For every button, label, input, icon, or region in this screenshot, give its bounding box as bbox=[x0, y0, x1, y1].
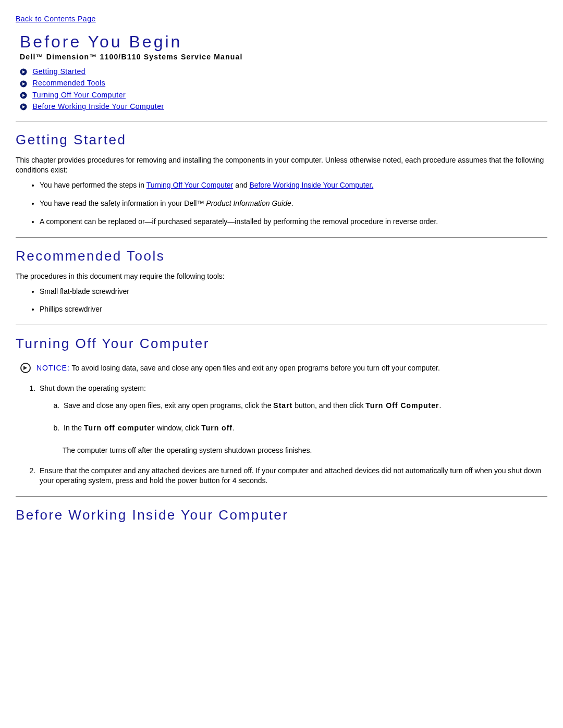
text-fragment: In the bbox=[64, 424, 84, 432]
list-item: Small flat-blade screwdriver bbox=[40, 287, 547, 297]
step-result-text: The computer turns off after the operati… bbox=[63, 446, 547, 455]
list-item: You have performed the steps in Turning … bbox=[40, 180, 547, 190]
list-item: In the Turn off computer window, click T… bbox=[62, 423, 547, 433]
page-title: Before You Begin bbox=[20, 32, 547, 52]
heading-getting-started: Getting Started bbox=[16, 132, 547, 148]
toc-link-getting-started[interactable]: Getting Started bbox=[32, 67, 85, 76]
text-fragment: and bbox=[233, 181, 249, 189]
toc-link-recommended-tools[interactable]: Recommended Tools bbox=[32, 79, 105, 87]
list-item: Save and close any open files, exit any … bbox=[62, 401, 547, 411]
bold-text: Start bbox=[273, 401, 292, 410]
italic-text: Product Information Guide bbox=[206, 199, 291, 207]
heading-recommended-tools: Recommended Tools bbox=[16, 248, 547, 264]
notice-icon bbox=[20, 362, 31, 375]
getting-started-list: You have performed the steps in Turning … bbox=[16, 180, 547, 227]
text-fragment: Shut down the operating system: bbox=[40, 384, 146, 392]
tools-list: Small flat-blade screwdriver Phillips sc… bbox=[16, 287, 547, 315]
table-of-contents: Getting Started Recommended Tools Turnin… bbox=[20, 67, 547, 110]
bold-text: Turn Off Computer bbox=[365, 401, 439, 410]
text-fragment: Save and close any open files, exit any … bbox=[64, 401, 273, 410]
text-fragment: button, and then click bbox=[292, 401, 365, 410]
arrow-bullet-icon bbox=[20, 68, 27, 76]
divider bbox=[16, 496, 547, 497]
getting-started-intro: This chapter provides procedures for rem… bbox=[16, 155, 547, 175]
list-item: Phillips screwdriver bbox=[40, 304, 547, 314]
arrow-bullet-icon bbox=[20, 92, 27, 99]
heading-turning-off: Turning Off Your Computer bbox=[16, 336, 547, 352]
notice-text: NOTICE: To avoid losing data, save and c… bbox=[36, 363, 440, 373]
text-fragment: . bbox=[291, 199, 293, 207]
heading-before-working: Before Working Inside Your Computer bbox=[16, 507, 547, 523]
notice-block: NOTICE: To avoid losing data, save and c… bbox=[20, 363, 547, 375]
notice-label: NOTICE: bbox=[36, 364, 70, 372]
divider bbox=[16, 237, 547, 238]
bold-text: Turn off bbox=[201, 424, 232, 432]
page-subtitle: Dell™ Dimension™ 1100/B110 Systems Servi… bbox=[20, 53, 547, 61]
divider bbox=[16, 325, 547, 325]
text-fragment: To avoid losing data, save and close any… bbox=[70, 364, 440, 372]
link-turning-off[interactable]: Turning Off Your Computer bbox=[146, 181, 234, 189]
toc-link-turning-off[interactable]: Turning Off Your Computer bbox=[32, 91, 126, 99]
turning-off-steps: Shut down the operating system: Save and… bbox=[16, 384, 547, 485]
link-before-working[interactable]: Before Working Inside Your Computer. bbox=[249, 181, 373, 189]
sub-steps: Save and close any open files, exit any … bbox=[40, 401, 547, 433]
recommended-tools-intro: The procedures in this document may requ… bbox=[16, 272, 547, 281]
bold-text: Turn off computer bbox=[84, 424, 155, 432]
list-item: Ensure that the computer and any attache… bbox=[38, 466, 547, 486]
divider bbox=[16, 121, 547, 121]
arrow-bullet-icon bbox=[20, 80, 27, 88]
text-fragment: window, click bbox=[155, 424, 201, 432]
list-item: A component can be replaced or—if purcha… bbox=[40, 217, 547, 227]
text-fragment: You have read the safety information in … bbox=[40, 199, 206, 207]
back-to-contents-link[interactable]: Back to Contents Page bbox=[16, 15, 96, 23]
text-fragment: . bbox=[439, 401, 442, 410]
text-fragment: . bbox=[232, 424, 235, 432]
list-item: Shut down the operating system: Save and… bbox=[38, 384, 547, 455]
arrow-bullet-icon bbox=[20, 103, 27, 110]
text-fragment: You have performed the steps in bbox=[40, 181, 146, 189]
list-item: You have read the safety information in … bbox=[40, 199, 547, 208]
toc-link-before-working[interactable]: Before Working Inside Your Computer bbox=[32, 102, 164, 110]
